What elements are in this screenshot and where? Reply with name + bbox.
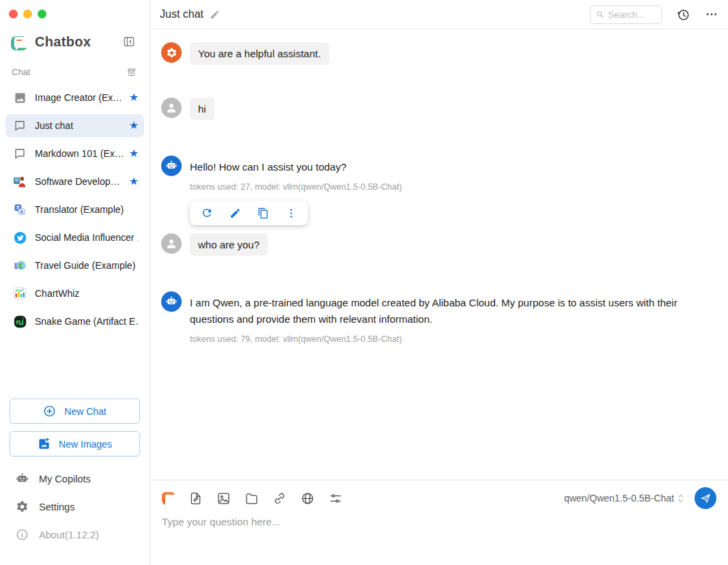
chat-bubble-icon: [13, 119, 27, 132]
sidebar-item-just-chat[interactable]: Just chat ★: [5, 114, 144, 137]
session-label: Social Media Influencer …: [35, 232, 139, 243]
message-input[interactable]: [162, 516, 716, 527]
message-text: who are you?: [190, 233, 268, 256]
page-title: Just chat: [160, 8, 204, 20]
chat-bubble-icon: [13, 147, 27, 160]
sidebar-item-markdown-101[interactable]: Markdown 101 (Ex… ★: [5, 142, 144, 165]
user-avatar: [161, 98, 182, 118]
chevron-updown-icon[interactable]: [677, 493, 685, 504]
assistant-message: Hello! How can I assist you today? token…: [161, 156, 717, 225]
settings-sliders-button[interactable]: [328, 491, 343, 506]
main-area: Just chat: [150, 0, 728, 565]
robot-icon: [165, 295, 178, 308]
sidebar-item-snake-game[interactable]: Snake Game (Artifact E…: [5, 310, 144, 333]
person-icon: [165, 237, 178, 250]
message-text: hi: [190, 98, 214, 120]
sidebar-menu: My Copilots Settings About(1.12.2): [0, 465, 150, 549]
message-list: You are a helpful assistant. hi Hello! H…: [150, 29, 728, 480]
chat-section-header: Chat: [12, 67, 137, 77]
gear-icon: [166, 47, 178, 59]
edit-pencil-icon: [210, 10, 220, 20]
sidebar-item-translator[interactable]: Translator (Example): [5, 198, 144, 221]
ellipsis-icon: [705, 8, 718, 21]
search-box[interactable]: [590, 5, 662, 24]
app-title: Chatbox: [35, 34, 91, 50]
plus-circle-icon: [43, 405, 56, 418]
zoom-window-button[interactable]: [38, 10, 46, 18]
star-icon: ★: [129, 148, 139, 159]
new-chat-button[interactable]: New Chat: [10, 399, 140, 424]
globe-icon: [300, 491, 315, 506]
sidebar-item-travel-guide[interactable]: Travel Guide (Example): [5, 254, 144, 277]
attach-file-button[interactable]: [188, 491, 203, 506]
star-icon: ★: [129, 176, 139, 187]
history-button[interactable]: [676, 8, 690, 22]
sidebar-item-image-creator[interactable]: Image Creator (Ex… ★: [5, 86, 144, 109]
regenerate-button[interactable]: [201, 207, 213, 219]
session-label: Image Creator (Ex…: [35, 92, 125, 103]
rename-session-button[interactable]: [210, 10, 220, 20]
session-label: Markdown 101 (Ex…: [35, 148, 125, 159]
session-label: Just chat: [35, 120, 125, 131]
folder-icon: [244, 491, 259, 506]
message-toolbar: [190, 201, 308, 225]
gear-icon: [16, 500, 29, 513]
my-copilots-item[interactable]: My Copilots: [0, 465, 150, 493]
sidebar-item-social-media-influencer[interactable]: Social Media Influencer …: [5, 226, 144, 249]
trash-box-icon: [126, 67, 137, 77]
send-button[interactable]: [695, 487, 716, 509]
message-more-button[interactable]: [285, 207, 297, 219]
minimize-window-button[interactable]: [23, 10, 32, 18]
sliders-icon: [328, 491, 343, 506]
session-list: Image Creator (Ex… ★ Just chat ★ Markdow…: [0, 86, 150, 338]
user-avatar: [161, 233, 182, 254]
web-browsing-button[interactable]: [300, 491, 315, 506]
attach-folder-button[interactable]: [244, 491, 259, 506]
about-item[interactable]: About(1.12.2): [0, 521, 150, 549]
model-selector[interactable]: qwen/Qwen1.5-0.5B-Chat: [564, 493, 674, 504]
user-message: hi: [161, 98, 717, 120]
my-copilots-label: My Copilots: [39, 474, 91, 484]
sidebar-bottom: New Chat New Images My Copilots Settings…: [0, 399, 150, 565]
assistant-message: I am Qwen, a pre-trained language model …: [161, 291, 717, 344]
chart-emoji-icon: [13, 287, 27, 300]
robot-icon: [16, 472, 29, 485]
chatbox-mini-logo-icon[interactable]: [162, 492, 175, 505]
attach-image-button[interactable]: [216, 491, 231, 506]
clear-sessions-button[interactable]: [126, 67, 137, 77]
settings-label: Settings: [39, 502, 74, 512]
collapse-sidebar-icon: [123, 35, 135, 48]
sidebar-item-software-developer[interactable]: Software Develop… ★: [5, 170, 144, 193]
chat-section-label: Chat: [12, 67, 30, 77]
window-controls: [0, 0, 150, 18]
more-menu-button[interactable]: [705, 8, 718, 21]
composer: qwen/Qwen1.5-0.5B-Chat: [150, 480, 728, 565]
settings-item[interactable]: Settings: [0, 493, 150, 521]
chat-header: Just chat: [150, 0, 728, 29]
person-icon: [165, 102, 178, 114]
new-chat-label: New Chat: [64, 406, 106, 417]
collapse-sidebar-button[interactable]: [123, 35, 135, 48]
attach-link-button[interactable]: [272, 491, 287, 506]
star-icon: ★: [129, 92, 139, 103]
sidebar-item-chartwhiz[interactable]: ChartWhiz: [5, 282, 144, 305]
send-plane-icon: [699, 492, 712, 504]
link-icon: [272, 491, 287, 506]
info-icon: [16, 528, 29, 541]
message-text: Hello! How can I assist you today?: [190, 156, 708, 175]
search-input[interactable]: [608, 10, 656, 20]
twitter-icon: [13, 231, 27, 244]
token-usage: tokens used: 79, model: vllm(qwen/Qwen1.…: [190, 334, 708, 344]
image-outline-icon: [216, 491, 231, 506]
session-label: Translator (Example): [35, 204, 139, 215]
copy-icon: [257, 207, 269, 219]
token-usage: tokens used: 27, model: vllm(qwen/Qwen1.…: [190, 182, 708, 192]
session-label: ChartWhiz: [35, 288, 139, 299]
copy-message-button[interactable]: [257, 207, 269, 219]
document-edit-icon: [188, 491, 203, 506]
close-window-button[interactable]: [9, 10, 18, 18]
session-label: Travel Guide (Example): [35, 260, 139, 271]
new-images-button[interactable]: New Images: [10, 431, 140, 457]
edit-message-button[interactable]: [229, 207, 241, 219]
chatbox-logo-icon: [10, 33, 28, 50]
